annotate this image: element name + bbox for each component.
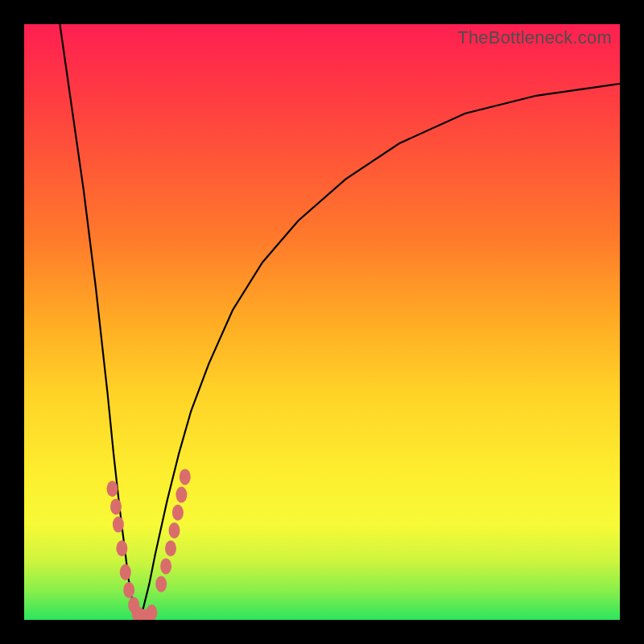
marker-point <box>172 505 184 521</box>
marker-point <box>146 605 157 620</box>
plot-area: TheBottleneck.com <box>24 24 620 620</box>
marker-point <box>120 564 131 580</box>
chart-svg <box>24 24 620 620</box>
curve-left-branch <box>60 24 138 620</box>
curve-group <box>60 24 620 620</box>
marker-point <box>169 522 180 539</box>
marker-point <box>107 481 118 497</box>
marker-point <box>123 582 134 598</box>
marker-point <box>110 498 122 514</box>
chart-frame: TheBottleneck.com <box>0 0 644 644</box>
curve-right-branch <box>139 84 620 620</box>
marker-point <box>116 540 127 556</box>
marker-point <box>113 517 124 533</box>
marker-point <box>180 469 191 485</box>
marker-point <box>160 558 171 574</box>
marker-point <box>155 576 167 592</box>
marker-point <box>175 487 187 503</box>
marker-group <box>107 469 191 620</box>
marker-point <box>165 540 176 556</box>
